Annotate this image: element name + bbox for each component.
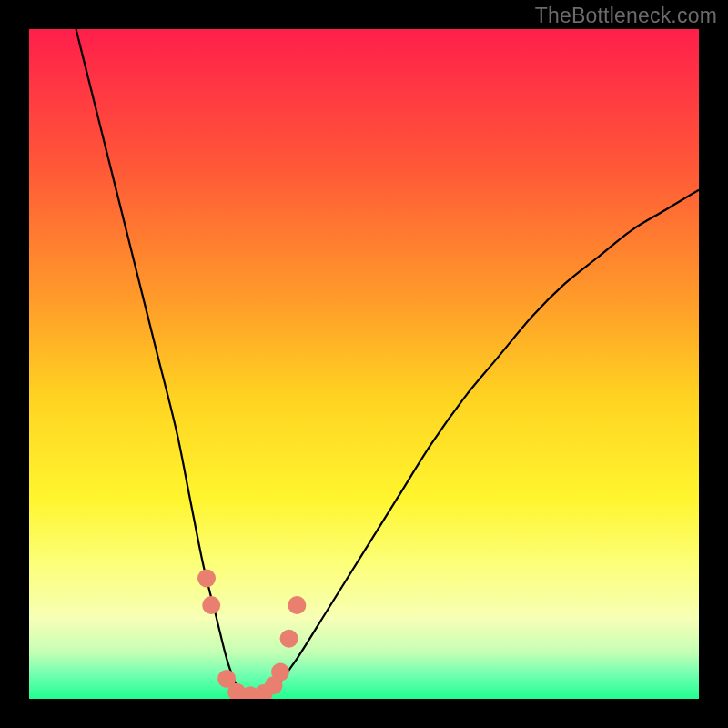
highlight-point xyxy=(288,596,306,614)
chart-plot-area xyxy=(29,29,699,699)
chart-svg xyxy=(29,29,699,699)
highlight-point xyxy=(197,570,216,588)
highlight-point xyxy=(280,630,298,648)
watermark-text: TheBottleneck.com xyxy=(535,4,717,28)
highlight-point xyxy=(271,663,289,682)
chart-background xyxy=(29,29,699,699)
highlight-point xyxy=(202,596,220,614)
